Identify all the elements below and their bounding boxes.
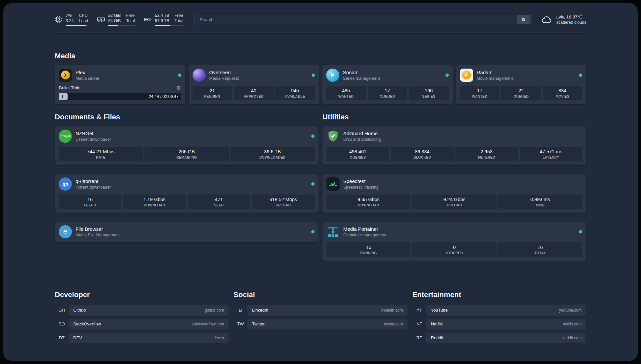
stat-series: 196 SERIES	[409, 86, 449, 100]
search-input[interactable]	[199, 17, 517, 22]
bookmark-group-social: Social LI LinkedIn linkedin.com TW Twitt…	[233, 290, 407, 343]
gear-icon[interactable]: ⚙	[176, 85, 181, 90]
stat-filtered: 2,953 FILTERED	[455, 147, 518, 161]
bookmark-name: StackOverflow	[73, 321, 101, 326]
dashboard-page: 7% CPU 3.24 Load	[3, 3, 638, 361]
developer-section-title: Developer	[55, 290, 229, 299]
service-name: qBittorrent	[76, 178, 111, 184]
bookmark-domain: stackoverflow.com	[192, 322, 224, 326]
service-name: File Browser	[76, 226, 120, 232]
stat-pending: 21 PENDING	[193, 86, 232, 100]
cpu-label-top: CPU	[79, 13, 88, 18]
qbittorrent-icon: qb	[59, 177, 72, 191]
bookmark-linkedin[interactable]: LI LinkedIn linkedin.com	[233, 305, 407, 316]
resource-widgets: 7% CPU 3.24 Load	[55, 13, 183, 26]
weather-condition: scattered clouds	[556, 20, 586, 25]
cpu-bar	[66, 25, 88, 26]
bookmark-name: Reddit	[431, 335, 443, 340]
bookmark-twitter[interactable]: TW Twitter twitter.com	[233, 319, 407, 329]
bookmark-name: YouTube	[431, 308, 448, 313]
bookmark-domain: twitter.com	[384, 322, 403, 326]
bookmark-domain: youtube.com	[559, 308, 582, 313]
section-documents: Documents & Files nzbget NZBGet Usenet d…	[55, 113, 319, 269]
cloud-icon	[541, 14, 553, 25]
stat-total: 16 TOTAL	[498, 242, 582, 257]
utilities-section-title: Utilities	[322, 113, 586, 121]
bookmark-domain: reddit.com	[563, 336, 582, 340]
bookmark-dev[interactable]: DT DEV dev.to	[55, 333, 229, 343]
service-desc: Speedtest Tracking	[343, 185, 379, 190]
service-card-radarr[interactable]: Radarr Movie management 17 WANTED 22 QUE…	[456, 65, 587, 104]
service-card-overseerr[interactable]: Overseerr Media Requests 21 PENDING 40 A…	[189, 65, 319, 104]
disk-free-value: 52.4 TB	[155, 13, 169, 18]
status-dot	[178, 74, 181, 77]
memory-total-value: 64 GiB	[108, 18, 121, 23]
search-bar: G	[195, 14, 531, 25]
service-card-portainer[interactable]: Media Portainer Container management 16 …	[322, 222, 586, 261]
bookmark-reddit[interactable]: RE Reddit reddit.com	[412, 333, 586, 343]
bookmark-name: Netflix	[431, 321, 443, 326]
bookmark-abbr: GH	[55, 308, 69, 313]
service-name: Sonarr	[343, 70, 380, 75]
bookmark-github[interactable]: GH Github github.com	[55, 305, 229, 316]
service-desc: Media File Management	[76, 233, 120, 237]
service-name: Overseerr	[209, 70, 239, 75]
service-name: Plex	[76, 70, 99, 75]
service-card-plex[interactable]: Plex Media server Bullet Train ⚙ 24:44 /…	[55, 65, 185, 104]
stat-upload: 9.24 Gbps UPLOAD	[412, 195, 496, 209]
disk-label-top: Free	[174, 13, 183, 18]
stat-downloaded: 39.6 TB DOWNLOADED	[230, 147, 315, 161]
stat-queued: 22 QUEUED	[501, 86, 541, 100]
stat-download: 1.19 Gbps DOWNLOAD	[123, 195, 186, 209]
service-card-qbittorrent[interactable]: qb qBittorrent Torrent downloader 16 LEE…	[55, 174, 319, 213]
playback-progress-bar[interactable]: 24:44 / 02:06:47	[59, 93, 181, 100]
service-desc: Container management	[343, 233, 386, 237]
bookmark-stackoverflow[interactable]: SO StackOverflow stackoverflow.com	[55, 319, 229, 329]
cpu-percent: 7%	[66, 13, 74, 18]
cpu-label-bottom: Load	[79, 18, 88, 23]
service-name: AdGuard Home	[343, 131, 381, 136]
nzbget-icon: nzbget	[59, 130, 72, 143]
weather-location: Lviv, 16.87°C	[556, 15, 586, 19]
social-section-title: Social	[233, 290, 407, 299]
plex-now-playing-widget: Bullet Train ⚙ 24:44 / 02:06:47	[59, 82, 181, 100]
bookmark-youtube[interactable]: YT YouTube youtube.com	[412, 305, 586, 316]
stat-leech: 16 LEECH	[59, 195, 121, 209]
bookmark-abbr: LI	[233, 308, 247, 313]
documents-section-title: Documents & Files	[55, 113, 319, 121]
bookmark-domain: dev.to	[214, 336, 224, 340]
bookmark-netflix[interactable]: NF Netflix netflix.com	[412, 319, 586, 329]
media-card-grid: Plex Media server Bullet Train ⚙ 24:44 /…	[55, 65, 586, 104]
stat-blocked: 86,384 BLOCKED	[391, 147, 453, 161]
speedtest-icon	[326, 177, 340, 191]
search-provider-button[interactable]: G	[517, 15, 530, 24]
disk-total-value: 97.9 TB	[155, 18, 169, 23]
service-card-nzbget[interactable]: nzbget NZBGet Usenet downloader 744.21 M…	[55, 126, 319, 165]
bookmark-name: DEV	[73, 335, 82, 340]
memory-widget: 22 GiB Free 64 GiB Total	[97, 13, 135, 26]
overseerr-icon	[193, 69, 206, 82]
service-card-adguard[interactable]: AdGuard Home DNS and adblocking 498,461 …	[322, 126, 586, 165]
stat-remaining: 266 GB REMAINING	[144, 147, 229, 161]
service-card-speedtest[interactable]: Speedtest Speedtest Tracking 9.65 Gbps D…	[322, 174, 586, 213]
stat-stopped: 0 STOPPED	[412, 242, 496, 257]
entertainment-section-title: Entertainment	[412, 290, 586, 299]
adguard-icon	[326, 130, 340, 143]
memory-icon	[97, 15, 105, 24]
stat-rate: 744.21 Mbps RATE	[59, 147, 143, 161]
bookmark-domain: github.com	[205, 308, 224, 313]
service-name: Speedtest	[343, 178, 379, 184]
section-media: Media Plex Media server	[55, 52, 586, 104]
status-dot	[579, 230, 582, 233]
status-dot	[311, 135, 315, 138]
pause-icon[interactable]	[59, 93, 68, 100]
sonarr-icon	[326, 69, 339, 82]
service-card-filebrowser[interactable]: File Browser Media File Management	[55, 222, 319, 242]
status-dot	[311, 182, 315, 186]
service-name: Radarr	[477, 70, 513, 75]
disk-icon	[143, 15, 152, 24]
service-card-sonarr[interactable]: Sonarr Series management 485 WANTED 17 Q…	[322, 65, 453, 104]
memory-label-top: Free	[126, 13, 135, 18]
stat-available: 945 AVAILABLE	[275, 86, 315, 100]
service-name: Media Portainer	[343, 226, 386, 232]
